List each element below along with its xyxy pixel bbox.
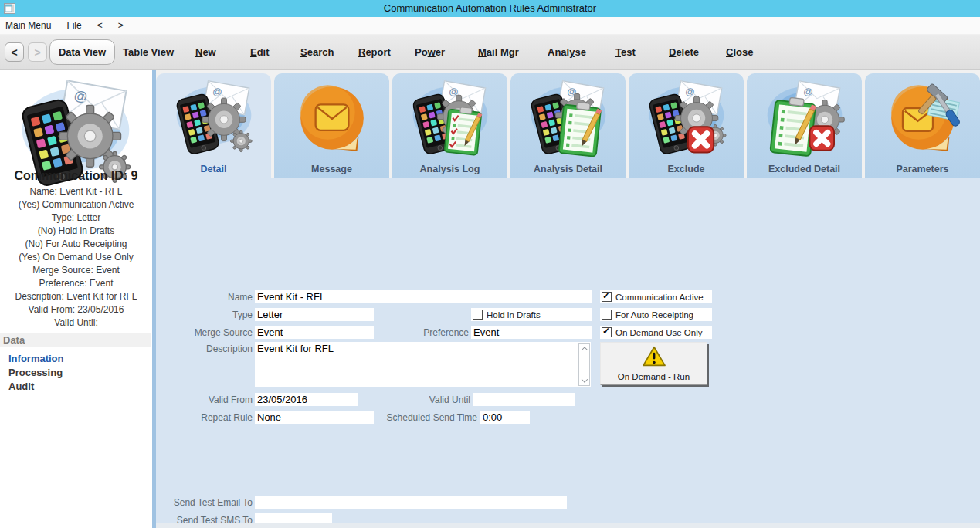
scroll-up-button[interactable]: [579, 344, 589, 354]
hold-in-drafts-checkbox[interactable]: [473, 310, 483, 320]
repeat-rule-input[interactable]: [255, 411, 374, 424]
menu-file[interactable]: File: [59, 20, 89, 31]
description-scrollbar[interactable]: [578, 343, 590, 386]
on-demand-run-button[interactable]: On Demand - Run: [600, 342, 707, 385]
checklist-exclude-icon: @: [760, 78, 849, 158]
hold-in-drafts-row: Hold in Drafts: [471, 308, 592, 321]
svg-text:@: @: [73, 87, 89, 105]
record-summary: Name: Event Kit - RFL (Yes) Communicatio…: [0, 185, 152, 330]
summary-line: Description: Event Kit for RFL: [0, 290, 152, 303]
analyse-button[interactable]: Analyse: [548, 35, 586, 70]
summary-line: Valid Until:: [0, 316, 152, 330]
summary-line: (Yes) Communication Active: [0, 198, 152, 212]
send-test-email-input[interactable]: [255, 496, 567, 509]
warning-icon: [642, 346, 666, 371]
valid-until-input[interactable]: [473, 393, 575, 406]
on-demand-use-only-label: On Demand Use Only: [615, 328, 703, 337]
name-label: Name: [156, 292, 253, 303]
description-label: Description: [156, 344, 253, 354]
on-demand-use-only-row: On Demand Use Only: [600, 326, 712, 339]
record-title: Communication ID: 9: [0, 169, 152, 183]
application-window: Communication Automation Rules Administr…: [0, 0, 980, 528]
summary-line: Name: Event Kit - RFL: [0, 185, 152, 198]
summary-line: Merge Source: Event: [0, 264, 152, 277]
summary-line: (No) Hold in Drafts: [0, 225, 152, 238]
phone-gears-mail-icon: @: [169, 78, 259, 158]
sidebar-link-processing[interactable]: Processing: [8, 366, 64, 380]
menu-forward[interactable]: >: [110, 20, 131, 31]
type-input[interactable]: [255, 308, 374, 321]
preference-label: Preference: [388, 327, 469, 338]
sidebar-link-information[interactable]: Information: [8, 352, 64, 366]
repeat-rule-label: Repeat Rule: [156, 412, 253, 423]
tab-analysis-detail[interactable]: @ Analysis Detail: [510, 73, 626, 178]
back-button[interactable]: <: [5, 42, 24, 62]
valid-until-label: Valid Until: [389, 394, 470, 405]
tab-exclude[interactable]: @ Exclude: [629, 73, 744, 178]
data-view-button[interactable]: Data View: [49, 39, 115, 65]
phone-checklist-detail-icon: @: [524, 78, 613, 158]
hold-in-drafts-label: Hold in Drafts: [487, 310, 541, 320]
preference-input[interactable]: [471, 326, 592, 339]
sidebar-section-data: Data: [0, 333, 151, 347]
valid-from-label: Valid From: [156, 394, 253, 405]
description-box: Event Kit for RFL: [255, 342, 591, 387]
table-view-button[interactable]: Table View: [123, 35, 174, 70]
tab-detail[interactable]: @ Detail: [156, 73, 271, 178]
delete-button[interactable]: Delete: [669, 35, 699, 70]
on-demand-use-only-checkbox[interactable]: [602, 327, 612, 337]
summary-line: Valid From: 23/05/2016: [0, 303, 152, 316]
mail-tools-icon: [878, 78, 968, 158]
tab-analysis-log[interactable]: @ Analysis Log: [392, 73, 507, 178]
search-button[interactable]: Search: [300, 35, 334, 70]
summary-line: Type: Letter: [0, 212, 152, 225]
report-button[interactable]: Report: [358, 35, 391, 70]
toolbar: < > Data View Table View New Edit Search…: [0, 35, 980, 70]
mail-mgr-button[interactable]: Mail Mgr: [478, 35, 519, 70]
tab-parameters[interactable]: Parameters: [865, 73, 980, 178]
phone-exclude-icon: @: [642, 78, 731, 158]
communication-active-row: Communication Active: [600, 290, 712, 303]
bottom-strip: [156, 523, 980, 528]
edit-button[interactable]: Edit: [250, 35, 270, 70]
description-textarea[interactable]: Event Kit for RFL: [255, 342, 578, 387]
communication-active-checkbox[interactable]: [602, 292, 612, 302]
phone-gears-mail-icon: @: [14, 76, 137, 168]
new-button[interactable]: New: [195, 35, 216, 70]
power-button[interactable]: Power: [415, 35, 445, 70]
summary-line: (Yes) On Demand Use Only: [0, 251, 152, 264]
menu-bar: Main Menu File < >: [0, 17, 980, 35]
merge-source-input[interactable]: [255, 326, 374, 339]
communication-active-label: Communication Active: [615, 293, 704, 302]
menu-back[interactable]: <: [90, 20, 110, 31]
sidebar-link-audit[interactable]: Audit: [8, 380, 64, 394]
merge-source-label: Merge Source: [156, 327, 253, 338]
mail-sticker-icon: [287, 78, 377, 158]
for-auto-receipting-row: For Auto Receipting: [600, 308, 712, 321]
content-area: @ Detail Message @ Analysis Log: [156, 70, 980, 528]
valid-from-input[interactable]: [255, 393, 358, 406]
menu-main-menu[interactable]: Main Menu: [0, 20, 59, 31]
forward-button[interactable]: >: [28, 42, 47, 62]
close-button[interactable]: Close: [726, 35, 753, 70]
phone-checklist-icon: @: [405, 78, 495, 158]
title-bar: Communication Automation Rules Administr…: [0, 0, 980, 17]
detail-form: Name Type Hold in Drafts Merge Source Pr…: [156, 178, 980, 523]
for-auto-receipting-label: For Auto Receipting: [615, 310, 693, 320]
tab-excluded-detail[interactable]: @ Excluded Detail: [747, 73, 862, 178]
type-label: Type: [156, 310, 253, 320]
summary-line: Preference: Event: [0, 277, 152, 290]
test-button[interactable]: Test: [615, 35, 636, 70]
window-title: Communication Automation Rules Administr…: [0, 2, 980, 14]
summary-line: (No) For Auto Receipting: [0, 238, 152, 251]
for-auto-receipting-checkbox[interactable]: [602, 310, 612, 320]
scroll-down-button[interactable]: [579, 375, 589, 385]
sidebar: @ Communication ID: 9 Name: Event Kit - …: [0, 70, 152, 528]
scheduled-send-time-input[interactable]: [480, 411, 530, 424]
tab-strip: @ Detail Message @ Analysis Log: [156, 70, 980, 178]
scheduled-send-time-label: Scheduled Send Time: [369, 412, 477, 423]
send-test-email-label: Send Test Email To: [156, 497, 253, 508]
tab-message[interactable]: Message: [274, 73, 389, 178]
name-input[interactable]: [255, 290, 592, 303]
